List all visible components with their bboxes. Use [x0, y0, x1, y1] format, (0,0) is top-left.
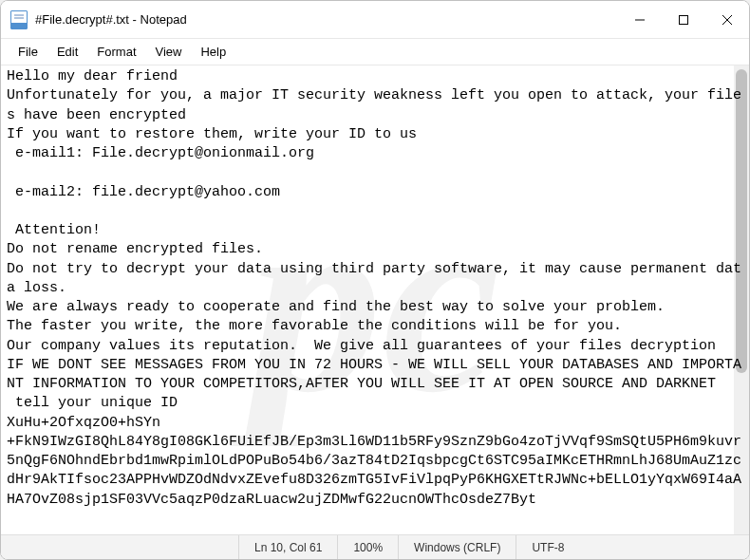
close-icon: [722, 14, 733, 26]
status-zoom: 100%: [337, 535, 398, 559]
document-text[interactable]: Hello my dear friend Unfortunately for y…: [1, 65, 749, 512]
close-button[interactable]: [705, 1, 749, 39]
status-position: Ln 10, Col 61: [238, 535, 337, 559]
menu-help[interactable]: Help: [191, 41, 235, 63]
maximize-button[interactable]: [662, 1, 705, 39]
minimize-button[interactable]: [618, 1, 662, 39]
svg-rect-1: [680, 15, 688, 24]
status-encoding: UTF-8: [516, 535, 579, 559]
notepad-icon: [10, 10, 28, 29]
editor-area[interactable]: pc Hello my dear friend Unfortunately fo…: [1, 65, 749, 534]
minimize-icon: [634, 14, 646, 26]
status-line-ending: Windows (CRLF): [398, 535, 516, 559]
statusbar: Ln 10, Col 61 100% Windows (CRLF) UTF-8: [1, 534, 749, 559]
menu-file[interactable]: File: [9, 41, 47, 63]
window-title: #File.decrypt#.txt - Notepad: [35, 12, 618, 27]
menu-format[interactable]: Format: [87, 41, 145, 63]
menubar: File Edit Format View Help: [1, 39, 749, 65]
titlebar: #File.decrypt#.txt - Notepad: [1, 1, 749, 39]
window-controls: [618, 1, 749, 39]
menu-edit[interactable]: Edit: [47, 41, 87, 63]
maximize-icon: [678, 14, 689, 26]
notepad-window: #File.decrypt#.txt - Notepad File Edit F…: [0, 0, 750, 560]
menu-view[interactable]: View: [146, 41, 192, 63]
